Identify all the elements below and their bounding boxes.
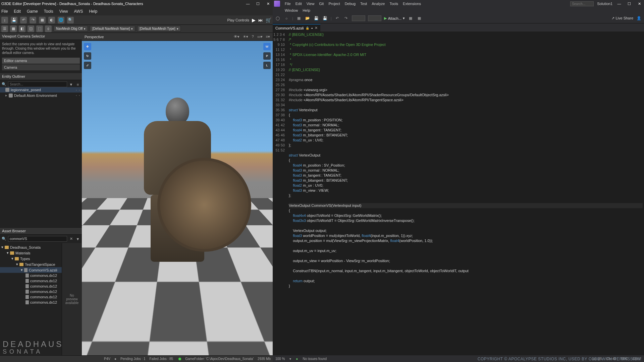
- viewport-3d[interactable]: ✥ ↻ ⤢ W P L Z Yx: [82, 41, 273, 355]
- navmesh-debug-combo[interactable]: NavMesh Dbg Off: [54, 26, 88, 32]
- tree-file[interactable]: commonvs.dx12: [0, 284, 62, 289]
- asset-search[interactable]: [8, 236, 67, 242]
- tool-icon[interactable]: ↶: [20, 17, 27, 23]
- minimize-button[interactable]: —: [245, 0, 251, 7]
- nav-icon[interactable]: ◧: [19, 25, 25, 32]
- vp-icon[interactable]: ☀▾: [243, 35, 248, 39]
- item-dots[interactable]: • •: [76, 88, 80, 92]
- tb-icon[interactable]: ▦: [416, 15, 422, 21]
- tool-icon[interactable]: 🌐: [58, 17, 64, 23]
- tree-file[interactable]: commonvs.dx12: [0, 294, 62, 300]
- tree-folder[interactable]: ▾Materials: [0, 250, 62, 256]
- nav-fwd-icon[interactable]: ○: [283, 15, 289, 21]
- new-icon[interactable]: ▦: [296, 15, 302, 21]
- menu-help[interactable]: Help: [89, 9, 97, 14]
- account-icon[interactable]: 👤: [636, 15, 642, 21]
- tree-file[interactable]: commonvs.dx12: [0, 273, 62, 278]
- vs-menu-git[interactable]: Git: [319, 2, 324, 6]
- pin-icon[interactable]: 🔒: [306, 26, 309, 30]
- menu-tools[interactable]: Tools: [44, 9, 53, 14]
- zoom[interactable]: 100 %: [275, 357, 285, 361]
- maximize-button[interactable]: ☐: [255, 0, 261, 7]
- tool-icon[interactable]: 💾: [11, 17, 17, 23]
- vp-icon[interactable]: ▭▾: [257, 35, 263, 39]
- tb-icon[interactable]: ▦: [408, 15, 414, 21]
- platform-combo[interactable]: [368, 15, 381, 21]
- item-dots[interactable]: • •: [76, 94, 80, 97]
- step-button[interactable]: ⏭: [258, 17, 263, 23]
- badge-p[interactable]: P: [263, 52, 271, 60]
- vs-maximize[interactable]: ☐: [626, 0, 633, 7]
- vs-close[interactable]: ✕: [636, 0, 643, 7]
- menu-game[interactable]: Game: [27, 9, 38, 14]
- clear-icon[interactable]: ✕: [68, 236, 74, 242]
- badge-w[interactable]: W: [263, 43, 271, 50]
- config-combo[interactable]: [352, 15, 365, 21]
- move-tool[interactable]: ✥: [84, 43, 91, 50]
- filter-icon[interactable]: ▼: [75, 236, 80, 242]
- vs-tab-active[interactable]: CommonVS.azsli 🔒 • ✕: [273, 24, 320, 32]
- vs-menu-project[interactable]: Project: [328, 2, 340, 6]
- tree-file[interactable]: commonvs.dx12: [0, 278, 62, 284]
- menu-icon[interactable]: ≡: [75, 82, 80, 87]
- tree-file[interactable]: commonvs.dx12: [0, 289, 62, 294]
- save-icon[interactable]: 💾: [313, 15, 319, 21]
- code-area[interactable]: // {BEGIN_LICENSE} /* * Copyright (c) Co…: [287, 32, 644, 355]
- menu-icon[interactable]: ≡▾: [266, 35, 270, 39]
- camera-item-camera[interactable]: Camera: [2, 64, 80, 70]
- nav-back-icon[interactable]: ◯: [275, 15, 281, 21]
- filter-icon[interactable]: ▼: [68, 82, 74, 87]
- cart-icon[interactable]: 🛒: [266, 17, 271, 23]
- vp-icon[interactable]: 👁▾: [234, 35, 239, 39]
- attach-button[interactable]: ▶Attach...▾: [384, 16, 405, 20]
- help-icon[interactable]: ?: [252, 35, 254, 39]
- undo-icon[interactable]: ↶: [334, 15, 340, 21]
- tool-icon[interactable]: ↷: [30, 17, 36, 23]
- nav-icon[interactable]: ▦: [10, 25, 17, 32]
- outliner-item[interactable]: ▸ Default Atom Environment • •: [0, 93, 82, 98]
- tool-icon[interactable]: ▦: [39, 17, 46, 23]
- play-button[interactable]: ▶: [252, 17, 256, 23]
- live-share-button[interactable]: ↗ Live Share: [611, 16, 633, 20]
- saveall-icon[interactable]: 💾: [322, 15, 328, 21]
- redo-icon[interactable]: ↷: [343, 15, 349, 21]
- vs-search[interactable]: [570, 1, 594, 6]
- scale-tool[interactable]: ⤢: [84, 62, 91, 69]
- outliner-item[interactable]: legionnaire_posed • •: [0, 87, 82, 93]
- vs-menu-extensions[interactable]: Extensions: [403, 2, 421, 6]
- menu-edit[interactable]: Edit: [14, 9, 21, 14]
- vs-menu-analyze[interactable]: Analyze: [372, 2, 385, 6]
- navmesh-type-combo[interactable]: [Default NavMesh Type]: [137, 26, 181, 32]
- tree-file[interactable]: commonvs.dx12: [0, 300, 62, 305]
- code-editor[interactable]: 1 2 3 4 5 6 7 8 9 10 11 12 13 14 15 16 1…: [273, 32, 644, 355]
- vs-minimize[interactable]: —: [616, 0, 623, 7]
- tool-icon[interactable]: ↕: [1, 17, 8, 23]
- tool-icon[interactable]: ◐: [48, 17, 55, 23]
- camera-item-editor[interactable]: Editor camera: [2, 58, 80, 64]
- navmesh-name-combo[interactable]: [Default NavMesh Name]: [90, 26, 135, 32]
- vs-menu-file[interactable]: File: [285, 2, 291, 6]
- vs-menu-tools[interactable]: Tools: [389, 2, 398, 6]
- vs-menu-test[interactable]: Test: [360, 2, 367, 6]
- nav-icon[interactable]: ◊: [45, 25, 52, 32]
- vs-menu-view[interactable]: View: [307, 2, 315, 6]
- vs-menu-debug[interactable]: Debug: [345, 2, 356, 6]
- vs-menu-window[interactable]: Window: [285, 8, 298, 12]
- vs-menu-edit[interactable]: Edit: [296, 2, 302, 6]
- menu-view[interactable]: View: [59, 9, 68, 14]
- menu-file[interactable]: File: [1, 9, 8, 14]
- open-icon[interactable]: 📂: [305, 15, 311, 21]
- tree-folder[interactable]: ▾Deadhaus_Sonata: [0, 244, 62, 250]
- nav-icon[interactable]: ☰: [1, 25, 8, 32]
- nav-icon[interactable]: ◫: [28, 25, 34, 32]
- outliner-search[interactable]: [8, 81, 67, 87]
- badge-l[interactable]: L: [263, 62, 271, 69]
- tree-file[interactable]: ▾CommonVS.azsli: [0, 267, 62, 273]
- nav-icon[interactable]: ⬚: [36, 25, 43, 32]
- rotate-tool[interactable]: ↻: [84, 52, 91, 60]
- close-button[interactable]: ✕: [265, 0, 271, 7]
- menu-aws[interactable]: AWS: [74, 9, 83, 14]
- tree-folder[interactable]: ▾TestTangentSpace: [0, 261, 62, 267]
- vs-menu-help[interactable]: Help: [303, 8, 310, 12]
- tree-folder[interactable]: ▾Types: [0, 256, 62, 261]
